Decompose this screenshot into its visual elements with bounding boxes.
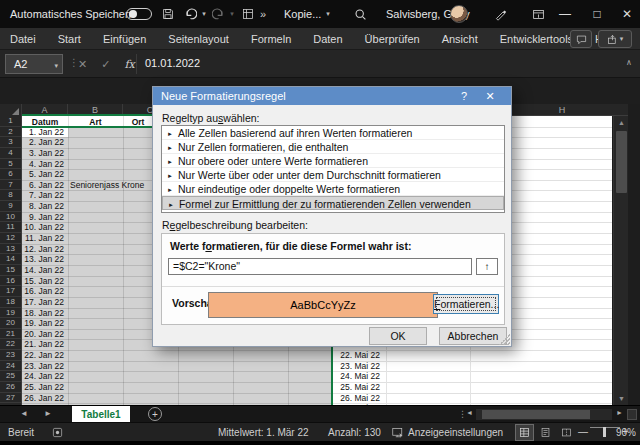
- cell-a2[interactable]: 1. Jan 22: [22, 127, 64, 138]
- name-box[interactable]: A2 ▾: [5, 54, 63, 74]
- cell-a6[interactable]: 5. Jan 22: [22, 169, 64, 180]
- cell-a27[interactable]: 26. Jan 22: [22, 393, 64, 404]
- cell-a3[interactable]: 2. Jan 22: [22, 137, 64, 148]
- sheet-next-icon[interactable]: ►: [44, 409, 52, 418]
- display-settings-icon[interactable]: [392, 427, 404, 439]
- scroll-down-icon[interactable]: ▼: [614, 392, 628, 405]
- cell-a5[interactable]: 4. Jan 22: [22, 159, 64, 170]
- cell-a22[interactable]: 21. Jan 22: [22, 339, 64, 350]
- cell-a9[interactable]: 8. Jan 22: [22, 201, 64, 212]
- cell-a20[interactable]: 19. Jan 22: [22, 318, 64, 329]
- ribbon-display-options-icon[interactable]: [530, 6, 546, 22]
- zoom-level-button[interactable]: 90%: [616, 427, 636, 438]
- vertical-scrollbar[interactable]: ▲ ▼: [613, 116, 628, 405]
- dialog-title-bar[interactable]: Neue Formatierungsregel ? ✕: [153, 87, 511, 105]
- row-header-9[interactable]: 9: [0, 201, 21, 212]
- row-header-16[interactable]: 16: [0, 276, 21, 287]
- enter-entry-icon[interactable]: ✓: [101, 58, 110, 71]
- rule-type-option[interactable]: ►Alle Zellen basierend auf ihren Werten …: [162, 126, 504, 140]
- hscroll-right-icon[interactable]: ►: [616, 409, 623, 416]
- ribbon-tab-datei[interactable]: Datei: [10, 33, 36, 45]
- rule-type-option[interactable]: ►Nur eindeutige oder doppelte Werte form…: [162, 182, 504, 196]
- row-header-1[interactable]: 1: [0, 116, 21, 127]
- cell-a8[interactable]: 7. Jan 22: [22, 190, 64, 201]
- row-header-3[interactable]: 3: [0, 137, 21, 148]
- row-header-7[interactable]: 7: [0, 180, 21, 191]
- row-header-18[interactable]: 18: [0, 297, 21, 308]
- redo-dropdown-icon[interactable]: ▾: [224, 6, 240, 22]
- cell-a16[interactable]: 15. Jan 22: [22, 276, 64, 287]
- rule-type-option[interactable]: ►Nur obere oder untere Werte formatieren: [162, 154, 504, 168]
- cell-a23[interactable]: 22. Jan 22: [22, 350, 64, 361]
- cell-a1[interactable]: Datum: [22, 117, 68, 127]
- ribbon-tab-formeln[interactable]: Formeln: [251, 33, 291, 45]
- cell-a25[interactable]: 24. Jan 22: [22, 371, 64, 382]
- cell-a21[interactable]: 20. Jan 22: [22, 329, 64, 340]
- row-header-19[interactable]: 19: [0, 308, 21, 319]
- horizontal-scroll-thumb[interactable]: [482, 410, 590, 419]
- rule-type-option[interactable]: ►Nur Zellen formatieren, die enthalten: [162, 140, 504, 154]
- name-box-dropdown-icon[interactable]: ▾: [54, 62, 58, 70]
- dialog-close-icon[interactable]: ✕: [477, 90, 503, 103]
- rule-type-option[interactable]: ►Formel zur Ermittlung der zu formatiere…: [162, 196, 504, 210]
- cell-a26[interactable]: 25. Jan 22: [22, 382, 64, 393]
- cell-mai-23[interactable]: 22. Mai 22: [334, 350, 380, 361]
- normal-view-icon[interactable]: [516, 425, 533, 440]
- row-header-27[interactable]: 27: [0, 393, 21, 404]
- cell-b1[interactable]: Art: [68, 117, 123, 127]
- cell-a14[interactable]: 13. Jan 22: [22, 254, 64, 265]
- cell-mai-26[interactable]: 25. Mai 22: [334, 382, 380, 393]
- dialog-help-icon[interactable]: ?: [451, 90, 477, 102]
- maximize-button[interactable]: □: [582, 0, 612, 28]
- cell-a24[interactable]: 23. Jan 22: [22, 361, 64, 372]
- insert-function-icon[interactable]: fx: [124, 58, 134, 71]
- autosave-toggle[interactable]: [126, 8, 152, 20]
- pen-ink-icon[interactable]: [492, 6, 508, 22]
- cell-a4[interactable]: 3. Jan 22: [22, 148, 64, 159]
- cell-mai-24[interactable]: 23. Mai 22: [334, 361, 380, 372]
- row-header-2[interactable]: 2: [0, 127, 21, 138]
- macro-record-icon[interactable]: [52, 427, 63, 438]
- cell-a12[interactable]: 11. Jan 22: [22, 233, 64, 244]
- search-icon[interactable]: [352, 6, 368, 22]
- column-header-h[interactable]: H: [512, 104, 612, 116]
- row-header-26[interactable]: 26: [0, 382, 21, 393]
- resize-grip[interactable]: [499, 334, 510, 345]
- select-all-corner[interactable]: [0, 104, 22, 116]
- zoom-out-icon[interactable]: —: [578, 426, 588, 437]
- row-header-8[interactable]: 8: [0, 190, 21, 201]
- avatar[interactable]: [450, 5, 468, 23]
- close-button[interactable]: ✕: [612, 0, 640, 28]
- minimize-button[interactable]: —: [550, 0, 580, 28]
- row-header-5[interactable]: 5: [0, 159, 21, 170]
- qat-more-button[interactable]: »: [260, 8, 266, 20]
- sheet-prev-icon[interactable]: ◄: [20, 409, 28, 418]
- row-header-12[interactable]: 12: [0, 233, 21, 244]
- cell-mai-25[interactable]: 24. Mai 22: [334, 371, 380, 382]
- cell-a10[interactable]: 9. Jan 22: [22, 212, 64, 223]
- vertical-scroll-thumb[interactable]: [616, 131, 627, 193]
- comments-icon[interactable]: [570, 30, 592, 48]
- row-header-23[interactable]: 23: [0, 350, 21, 361]
- ribbon-tab-ansicht[interactable]: Ansicht: [442, 33, 478, 45]
- row-header-11[interactable]: 11: [0, 222, 21, 233]
- row-header-13[interactable]: 13: [0, 244, 21, 255]
- row-header-20[interactable]: 20: [0, 318, 21, 329]
- zoom-slider-thumb[interactable]: [603, 427, 606, 437]
- cell-a18[interactable]: 17. Jan 22: [22, 297, 64, 308]
- cell-a11[interactable]: 10. Jan 22: [22, 222, 64, 233]
- row-header-17[interactable]: 17: [0, 286, 21, 297]
- rule-type-listbox[interactable]: ►Alle Zellen basierend auf ihren Werten …: [161, 125, 505, 213]
- ribbon-tab-überprüfen[interactable]: Überprüfen: [365, 33, 420, 45]
- row-header-10[interactable]: 10: [0, 212, 21, 223]
- collapse-formula-bar-icon[interactable]: ∧: [626, 58, 632, 67]
- cell-b7[interactable]: Seniorenjass Krone: [70, 180, 144, 191]
- cancel-entry-icon[interactable]: ✕: [78, 58, 87, 71]
- cell-a15[interactable]: 14. Jan 22: [22, 265, 64, 276]
- row-header-15[interactable]: 15: [0, 265, 21, 276]
- add-sheet-icon[interactable]: +: [148, 407, 162, 421]
- ribbon-tab-daten[interactable]: Daten: [313, 33, 342, 45]
- cell-mai-27[interactable]: 26. Mai 22: [334, 393, 380, 404]
- document-title[interactable]: Kopie...: [284, 8, 321, 20]
- split-handle[interactable]: [627, 409, 637, 420]
